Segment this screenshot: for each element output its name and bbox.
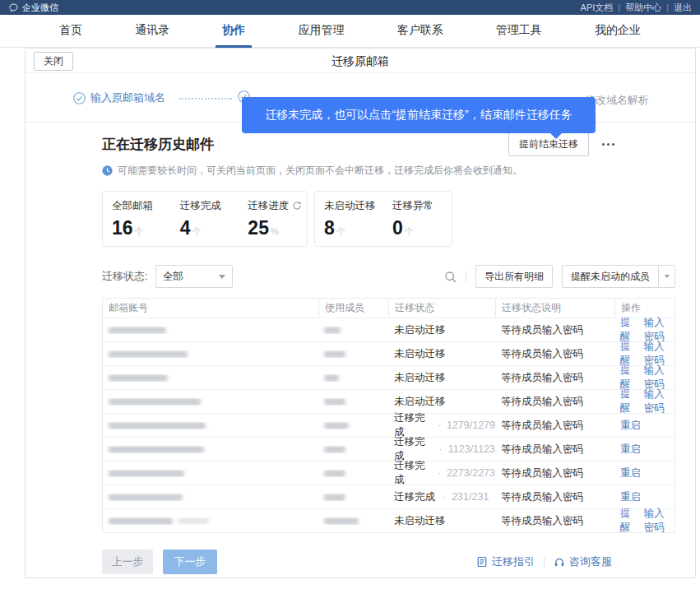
stat-migrated: 迁移完成 4个 xyxy=(171,199,239,239)
column-header-status: 迁移状态 xyxy=(388,299,495,318)
blurred-email xyxy=(109,517,173,525)
migration-guide-link[interactable]: 迁移指引 xyxy=(476,554,535,569)
tooltip: 迁移未完成，也可以点击“提前结束迁移”，结束邮件迁移任务 xyxy=(242,97,596,133)
status-text: 迁移完成 xyxy=(394,490,435,504)
status-text: 未启动迁移 xyxy=(394,395,446,409)
migration-table: 邮箱账号 使用成员 迁移状态 迁移状态说明 操作 未启动迁移等待成员输入密码提醒… xyxy=(102,298,675,533)
refresh-icon[interactable] xyxy=(292,201,302,211)
table-row: 未启动迁移等待成员输入密码提醒输入密码 xyxy=(103,365,675,389)
column-header-actions: 操作 xyxy=(614,299,675,318)
status-description: 等待成员输入密码 xyxy=(501,443,583,457)
status-filter-select[interactable]: 全部 xyxy=(155,265,233,288)
action-link[interactable]: 输入密码 xyxy=(644,507,675,535)
table-row: 未启动迁移等待成员输入密码提醒输入密码 xyxy=(103,508,675,532)
section-title: 正在迁移历史邮件 xyxy=(102,135,214,154)
topbar-link[interactable]: 退出 xyxy=(674,2,692,14)
remind-dropdown-toggle[interactable] xyxy=(659,265,675,288)
search-icon[interactable] xyxy=(444,271,457,283)
action-link[interactable]: 提醒 xyxy=(620,387,636,415)
page-title: 迁移原邮箱 xyxy=(25,49,695,73)
chevron-down-icon xyxy=(219,275,225,279)
status-description: 等待成员输入密码 xyxy=(501,395,583,409)
table-row: 未启动迁移等待成员输入密码提醒输入密码 xyxy=(103,341,675,365)
footer: 上一步 下一步 迁移指引 咨询客服 xyxy=(102,550,675,574)
step-enter-domain: 输入原邮箱域名 xyxy=(73,90,165,105)
blurred-member xyxy=(324,398,345,406)
status-description: 等待成员输入密码 xyxy=(501,514,583,528)
status-description: 等待成员输入密码 xyxy=(501,371,583,385)
table-row: 迁移完成·1123/1123等待成员输入密码重启 xyxy=(103,437,675,461)
table-body: 未启动迁移等待成员输入密码提醒输入密码未启动迁移等待成员输入密码提醒输入密码未启… xyxy=(103,318,675,532)
migration-card: 关闭 迁移原邮箱 输入原邮箱域名 修改域名解析 迁移未完成，也可以点击“提前结束… xyxy=(25,48,696,578)
action-link[interactable]: 重启 xyxy=(620,419,641,433)
chevron-down-icon xyxy=(665,275,670,278)
tooltip-arrow xyxy=(549,132,563,139)
prev-step-button[interactable]: 上一步 xyxy=(102,550,153,574)
blurred-email xyxy=(109,422,206,429)
blurred-email xyxy=(109,398,201,406)
count-separator: · xyxy=(443,491,446,503)
migrated-count: 231/231 xyxy=(452,491,489,503)
column-header-status-desc: 迁移状态说明 xyxy=(495,299,614,318)
status-description: 等待成员输入密码 xyxy=(501,466,583,480)
blurred-member xyxy=(324,517,359,525)
nav-tab-3[interactable]: 协作 xyxy=(216,15,252,48)
card-header: 关闭 迁移原邮箱 xyxy=(25,49,695,73)
filter-label: 迁移状态: xyxy=(102,269,148,284)
contact-support-link[interactable]: 咨询客服 xyxy=(554,554,612,569)
blurred-email xyxy=(109,494,183,501)
topbar-link[interactable]: 帮助中心 xyxy=(625,2,661,14)
filter-left: 迁移状态: 全部 xyxy=(102,265,233,288)
blurred-email xyxy=(109,470,184,477)
step-connector xyxy=(179,98,232,100)
divider: | xyxy=(666,2,669,12)
status-text: 迁移完成 xyxy=(394,459,430,487)
status-text: 未启动迁移 xyxy=(394,347,446,361)
divider xyxy=(544,556,545,568)
migrated-count: 1279/1279 xyxy=(447,420,495,431)
more-icon[interactable] xyxy=(600,140,616,149)
nav-tab-6[interactable]: 管理工具 xyxy=(489,15,549,48)
blurred-member xyxy=(324,350,345,358)
status-description: 等待成员输入密码 xyxy=(501,419,583,433)
blurred-member xyxy=(324,374,339,382)
migrated-count: 2273/2273 xyxy=(447,467,495,479)
check-circle-icon xyxy=(73,92,86,104)
blurred-member xyxy=(324,422,349,429)
table-row: 迁移完成·1279/1279等待成员输入密码重启 xyxy=(103,413,675,437)
action-link[interactable]: 重启 xyxy=(620,466,641,480)
status-description: 等待成员输入密码 xyxy=(501,347,583,361)
status-text: 未启动迁移 xyxy=(394,514,446,528)
action-link[interactable]: 重启 xyxy=(620,443,641,457)
remind-button[interactable]: 提醒未启动的成员 xyxy=(562,265,659,288)
close-button[interactable]: 关闭 xyxy=(34,52,73,71)
action-link[interactable]: 重启 xyxy=(620,490,641,504)
end-migration-button[interactable]: 提前结束迁移 xyxy=(508,132,589,156)
blurred-member xyxy=(324,446,345,453)
blurred-email xyxy=(109,350,188,358)
nav-tab-2[interactable]: 通讯录 xyxy=(128,15,176,48)
topbar-link[interactable]: API文档 xyxy=(581,2,614,14)
export-button[interactable]: 导出所有明细 xyxy=(475,265,553,288)
nav-tab-5[interactable]: 客户联系 xyxy=(391,15,450,48)
stats-row: 全部邮箱 16个 迁移完成 4个 迁移进度 25% xyxy=(102,191,675,247)
blurred-email xyxy=(109,446,204,453)
blurred-tag xyxy=(178,517,209,524)
clock-icon xyxy=(102,165,113,176)
nav-tab-7[interactable]: 我的企业 xyxy=(588,15,647,48)
stat-total-mailboxes: 全部邮箱 16个 xyxy=(103,199,171,239)
blurred-member xyxy=(324,470,345,477)
footer-buttons: 上一步 下一步 xyxy=(102,550,217,574)
table-row: 未启动迁移等待成员输入密码提醒输入密码 xyxy=(103,389,675,413)
count-separator: · xyxy=(438,467,441,479)
action-link[interactable]: 输入密码 xyxy=(644,387,675,415)
next-step-button[interactable]: 下一步 xyxy=(163,550,217,574)
guide-doc-icon xyxy=(476,556,488,568)
selected-value: 全部 xyxy=(163,270,183,284)
nav-tab-1[interactable]: 首页 xyxy=(53,15,89,48)
note-text: 可能需要较长时间，可关闭当前页面，关闭页面不会中断迁移，迁移完成后你将会收到通知… xyxy=(118,164,522,178)
nav-tab-4[interactable]: 应用管理 xyxy=(291,15,350,48)
status-text: 未启动迁移 xyxy=(394,323,446,337)
action-link[interactable]: 提醒 xyxy=(620,507,636,535)
table-row: 迁移完成·231/231等待成员输入密码重启 xyxy=(103,485,675,508)
